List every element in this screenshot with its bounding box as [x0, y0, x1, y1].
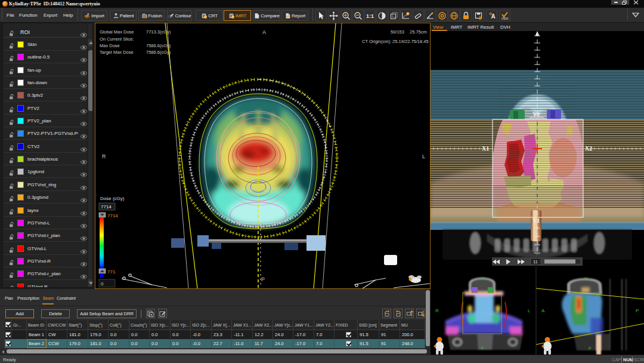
svg-text:H: H [481, 276, 485, 281]
svg-text:Target Max Dose: Target Max Dose [100, 50, 134, 55]
svg-text:H: H [584, 276, 588, 281]
svg-text:F: F [481, 346, 484, 351]
svg-text:L: L [422, 153, 425, 159]
svg-text:771: 771 [107, 269, 116, 275]
svg-text:0: 0 [101, 281, 104, 287]
svg-text:CT Origin(cm): 25.19/22.75/18.: CT Origin(cm): 25.19/22.75/18.45 [362, 39, 429, 44]
svg-text:VIEW: VIEW [501, 17, 509, 20]
svg-text:P: P [636, 308, 639, 313]
svg-text:25.75cm: 25.75cm [410, 29, 427, 35]
svg-text:7586.6(cGy): 7586.6(cGy) [146, 50, 171, 55]
svg-text:Dose (cGy): Dose (cGy) [100, 196, 125, 201]
svg-text:F: F [589, 346, 592, 351]
svg-text:A: A [491, 13, 495, 20]
svg-text:A: A [262, 29, 266, 35]
svg-text:L: L [528, 308, 531, 313]
svg-text:7714: 7714 [107, 213, 118, 219]
svg-text:A: A [541, 308, 545, 313]
svg-text:1:1: 1:1 [366, 13, 374, 19]
svg-text:R: R [102, 153, 106, 159]
svg-text:50/153: 50/153 [391, 29, 404, 35]
svg-text:P: P [232, 16, 234, 19]
svg-text:Max Dose: Max Dose [100, 43, 120, 48]
svg-text:X1: X1 [482, 145, 489, 152]
svg-text:P: P [261, 276, 265, 282]
svg-text:Y1: Y1 [532, 217, 540, 224]
svg-text:On Current Slice:: On Current Slice: [100, 36, 134, 42]
svg-text:Global Max Dose: Global Max Dose [100, 29, 134, 35]
svg-text:P: P [205, 16, 206, 19]
svg-text:R: R [435, 308, 439, 313]
svg-text:7586.6(cGy): 7586.6(cGy) [146, 43, 171, 48]
svg-text:7714: 7714 [101, 204, 112, 210]
svg-text:11: 11 [533, 259, 538, 264]
svg-text:7713.3(cGy): 7713.3(cGy) [146, 29, 171, 35]
svg-text:X2: X2 [585, 145, 592, 152]
svg-text:Y2: Y2 [532, 111, 540, 118]
